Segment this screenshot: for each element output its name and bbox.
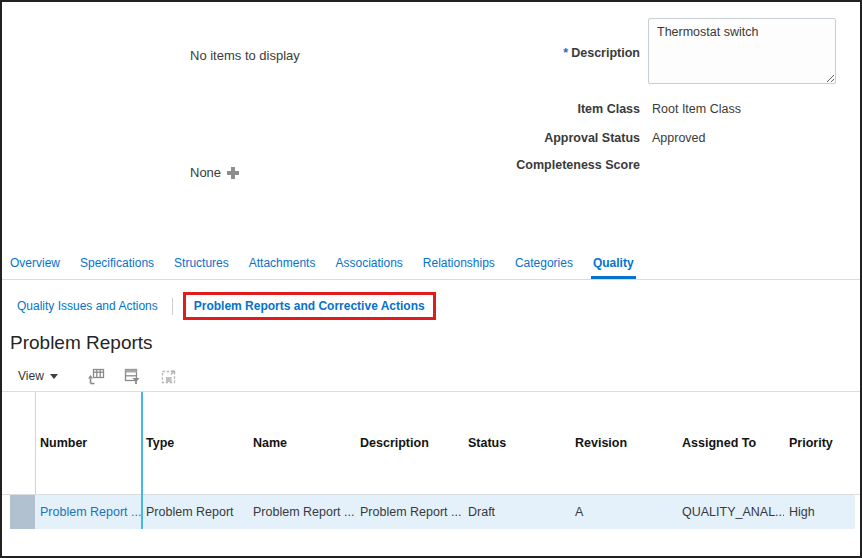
tab-associations[interactable]: Associations (333, 250, 404, 279)
tab-attachments[interactable]: Attachments (247, 250, 318, 279)
selector-column-divider (35, 392, 36, 494)
export-icon[interactable] (87, 367, 106, 386)
quality-subtab-bar: Quality Issues and Actions Problem Repor… (8, 291, 436, 321)
item-class-label: Item Class (432, 102, 640, 116)
item-class-value: Root Item Class (652, 102, 741, 116)
approval-status-label: Approval Status (432, 131, 640, 145)
query-by-example-icon[interactable] (123, 367, 142, 386)
completeness-score-label: Completeness Score (432, 158, 640, 172)
number-column-highlight-divider (141, 392, 143, 529)
empty-list-message: No items to display (190, 48, 300, 63)
column-header-type[interactable]: Type (141, 392, 248, 494)
tab-specifications[interactable]: Specifications (78, 250, 156, 279)
view-menu-button[interactable]: View (18, 369, 58, 383)
problem-report-link[interactable]: Problem Report ... (40, 505, 141, 519)
cell-assigned-to: QUALITY_ANAL... (677, 495, 784, 529)
cell-priority: High (784, 495, 855, 529)
required-indicator: * (563, 46, 568, 60)
item-details-window: No items to display *Description Thermos… (0, 0, 862, 558)
add-plus-icon[interactable] (226, 166, 240, 180)
subtab-problem-reports-and-corrective-actions[interactable]: Problem Reports and Corrective Actions (192, 299, 427, 313)
detach-icon[interactable] (159, 367, 178, 386)
table-row[interactable]: Problem Report ... Problem Report Proble… (10, 495, 855, 529)
column-header-description[interactable]: Description (355, 392, 463, 494)
page-title: Problem Reports (10, 332, 153, 354)
approval-status-value: Approved (652, 131, 706, 145)
tab-relationships[interactable]: Relationships (421, 250, 497, 279)
tab-categories[interactable]: Categories (513, 250, 575, 279)
column-header-number[interactable]: Number (35, 392, 141, 494)
table-header-row: Number Type Name Description Status Revi… (10, 392, 855, 494)
row-selector-cell[interactable] (10, 495, 35, 529)
column-header-assigned-to[interactable]: Assigned To (677, 392, 784, 494)
description-input[interactable]: Thermostat switch (648, 18, 836, 84)
cell-status: Draft (463, 495, 570, 529)
main-tab-bar: Overview Specifications Structures Attac… (2, 248, 860, 280)
cell-description: Problem Report ... (355, 495, 463, 529)
attachments-none-value: None (190, 165, 221, 180)
tab-structures[interactable]: Structures (172, 250, 231, 279)
column-header-status[interactable]: Status (463, 392, 570, 494)
column-header-priority[interactable]: Priority (784, 392, 855, 494)
attachments-none-row: None (190, 165, 240, 180)
tab-overview[interactable]: Overview (8, 250, 62, 279)
cell-type: Problem Report (141, 495, 248, 529)
chevron-down-icon (50, 374, 58, 379)
cell-name: Problem Report ... (248, 495, 355, 529)
subtab-quality-issues-and-actions[interactable]: Quality Issues and Actions (8, 299, 167, 313)
column-header-revision[interactable]: Revision (570, 392, 677, 494)
tab-quality[interactable]: Quality (591, 250, 636, 279)
view-menu-label: View (18, 369, 44, 383)
description-label: *Description (432, 46, 640, 60)
row-selector-header (10, 392, 35, 494)
cell-revision: A (570, 495, 677, 529)
cell-number: Problem Report ... (35, 495, 141, 529)
red-highlight-annotation: Problem Reports and Corrective Actions (183, 292, 436, 320)
column-header-name[interactable]: Name (248, 392, 355, 494)
table-toolbar: View (18, 365, 178, 387)
subtab-separator (172, 298, 173, 315)
